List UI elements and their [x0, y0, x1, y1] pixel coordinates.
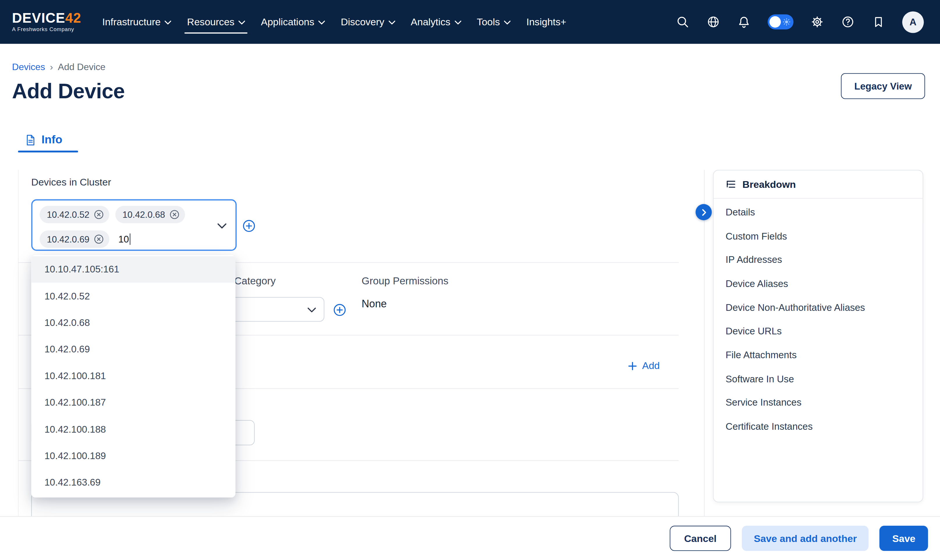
nav-item-applications[interactable]: Applications	[253, 0, 333, 44]
nav-item-label: Resources	[187, 16, 235, 28]
form-content: Devices in Cluster 10.42.0.52 10.42.0.68…	[0, 170, 940, 516]
category-label: Category	[234, 275, 276, 287]
chevron-down-icon	[455, 20, 461, 25]
breakdown-item-custom-fields[interactable]: Custom Fields	[713, 224, 923, 248]
nav-item-insights[interactable]: Insights+	[519, 0, 574, 44]
device-chip: 10.42.0.69	[40, 231, 109, 248]
content-card-border	[18, 170, 19, 516]
breadcrumb-current: Add Device	[58, 62, 106, 73]
breakdown-item-device-urls[interactable]: Device URLs	[713, 320, 923, 343]
breakdown-item-ip-addresses[interactable]: IP Addresses	[713, 248, 923, 272]
typed-value: 10	[118, 234, 129, 245]
settings-gear-icon[interactable]	[810, 15, 824, 29]
chevron-down-icon	[308, 307, 316, 313]
nav-item-label: Discovery	[341, 16, 384, 28]
top-navigation-bar: DEVICE42 A Freshworks Company Infrastruc…	[0, 0, 940, 44]
dropdown-option[interactable]: 10.42.100.189	[31, 443, 235, 469]
breakdown-item-device-non-authoritative-aliases[interactable]: Device Non-Authoritative Aliases	[713, 296, 923, 320]
toggle-knob	[769, 16, 781, 28]
dropdown-option[interactable]: 10.42.100.188	[31, 416, 235, 443]
devices-in-cluster-label: Devices in Cluster	[31, 177, 111, 188]
add-category-circle-icon[interactable]	[333, 303, 346, 317]
add-button[interactable]: Add	[628, 360, 660, 371]
cancel-button[interactable]: Cancel	[670, 526, 731, 551]
breakdown-list-tree-icon	[725, 179, 736, 189]
remove-chip-icon[interactable]	[94, 234, 104, 244]
chevron-down-icon[interactable]	[218, 223, 227, 229]
chip-label: 10.42.0.68	[122, 209, 165, 220]
text-caret	[130, 234, 130, 245]
header-actions: A	[676, 11, 940, 32]
tab-info-label: Info	[41, 133, 62, 146]
dropdown-option[interactable]: 10.42.0.69	[31, 336, 235, 363]
device42-logo[interactable]: DEVICE42 A Freshworks Company	[12, 11, 81, 32]
nav-item-analytics[interactable]: Analytics	[403, 0, 469, 44]
theme-toggle[interactable]	[768, 15, 793, 30]
nav-item-label: Applications	[261, 16, 314, 28]
remove-chip-icon[interactable]	[94, 209, 104, 220]
user-avatar[interactable]: A	[902, 11, 924, 32]
breadcrumb-separator: ›	[50, 62, 53, 73]
breadcrumb-devices-link[interactable]: Devices	[12, 62, 45, 73]
notifications-bell-icon[interactable]	[737, 15, 751, 29]
dropdown-option[interactable]: 10.10.47.105:161	[31, 256, 235, 283]
chevron-down-icon	[319, 20, 326, 25]
chip-label: 10.42.0.69	[47, 234, 90, 244]
chevron-right-icon	[701, 208, 706, 216]
group-permissions-value: None	[362, 298, 387, 310]
breakdown-item-details[interactable]: Details	[713, 200, 923, 224]
chevron-down-icon	[389, 20, 395, 25]
tab-info[interactable]: Info	[18, 129, 76, 151]
add-device-circle-icon[interactable]	[242, 219, 256, 232]
chevron-down-icon	[165, 20, 171, 25]
dropdown-option[interactable]: 10.42.163.69	[31, 469, 235, 496]
chevron-down-icon	[504, 20, 511, 25]
logo-text-primary: DEVICE	[12, 10, 65, 26]
legacy-view-button[interactable]: Legacy View	[841, 73, 925, 99]
search-icon[interactable]	[676, 15, 690, 29]
nav-item-tools[interactable]: Tools	[469, 0, 519, 44]
dropdown-option[interactable]: 10.42.0.52	[31, 283, 235, 310]
logo-text: DEVICE42	[12, 11, 81, 25]
breakdown-header: Breakdown	[713, 171, 923, 198]
selected-chips: 10.42.0.52 10.42.0.68 10.42.0.69 10	[32, 200, 235, 253]
logo-tagline: A Freshworks Company	[12, 27, 81, 32]
breakdown-item-file-attachments[interactable]: File Attachments	[713, 343, 923, 367]
active-tab-underline	[18, 151, 78, 152]
nav-item-discovery[interactable]: Discovery	[333, 0, 403, 44]
collapse-panel-button[interactable]	[696, 204, 712, 220]
dropdown-option[interactable]: 10.42.100.187	[31, 389, 235, 416]
nav-item-resources[interactable]: Resources	[179, 0, 253, 44]
logo-text-accent: 42	[65, 10, 81, 26]
breakdown-item-service-instances[interactable]: Service Instances	[713, 391, 923, 415]
chevron-down-icon	[239, 20, 245, 25]
document-icon	[25, 134, 36, 146]
dropdown-option[interactable]: 10.42.100.181	[31, 363, 235, 389]
content-vertical-divider	[704, 170, 705, 516]
breakdown-item-software-in-use[interactable]: Software In Use	[713, 367, 923, 391]
page-title: Add Device	[12, 79, 125, 103]
remove-chip-icon[interactable]	[169, 209, 179, 220]
nav-item-label: Analytics	[411, 16, 450, 28]
device-chip: 10.42.0.52	[40, 206, 109, 223]
nav-item-label: Tools	[477, 16, 500, 28]
breakdown-item-certificate-instances[interactable]: Certificate Instances	[713, 415, 923, 439]
nav-item-label: Insights+	[526, 16, 566, 28]
nav-item-infrastructure[interactable]: Infrastructure	[94, 0, 179, 44]
group-permissions-label: Group Permissions	[362, 275, 448, 287]
sun-icon	[782, 17, 791, 26]
device-chip: 10.42.0.68	[115, 206, 185, 223]
primary-nav: Infrastructure Resources Applications Di…	[94, 0, 574, 44]
add-button-label: Add	[642, 360, 660, 371]
breakdown-panel: Breakdown Details Custom Fields IP Addre…	[713, 170, 923, 502]
help-icon[interactable]	[841, 15, 855, 29]
breakdown-item-device-aliases[interactable]: Device Aliases	[713, 272, 923, 296]
save-button[interactable]: Save	[880, 526, 928, 551]
chip-label: 10.42.0.52	[47, 209, 90, 220]
devices-in-cluster-multiselect[interactable]: 10.42.0.52 10.42.0.68 10.42.0.69 10	[31, 199, 236, 251]
save-and-add-another-button[interactable]: Save and add another	[742, 526, 869, 551]
globe-icon[interactable]	[706, 15, 720, 29]
bookmark-icon[interactable]	[872, 15, 885, 29]
multiselect-text-input[interactable]: 10	[118, 234, 130, 245]
dropdown-option[interactable]: 10.42.0.68	[31, 310, 235, 336]
